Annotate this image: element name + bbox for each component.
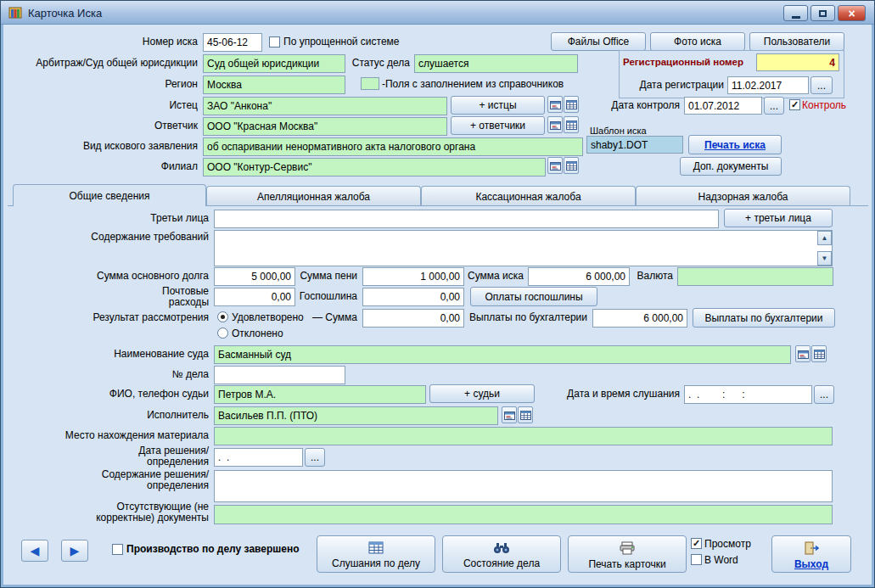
case-state-button[interactable]: Состояние дела [442, 535, 561, 573]
claim-sum-input[interactable]: 6 000,00 [528, 267, 630, 286]
hearing-date-input[interactable]: . . : : [684, 385, 812, 404]
decision-content-input[interactable] [214, 470, 833, 502]
card-icon [550, 160, 561, 171]
control-date-more-button[interactable]: ... [764, 97, 784, 115]
claims-content-input[interactable] [214, 230, 833, 266]
printer-icon [619, 541, 636, 555]
status-input[interactable]: слушается [414, 54, 578, 73]
main-debt-input[interactable]: 5 000,00 [214, 267, 295, 286]
card-icon [504, 410, 515, 421]
rejected-label: Отклонено [232, 328, 317, 339]
decision-date-more-button[interactable]: ... [305, 448, 325, 467]
scroll-down-button[interactable]: ▼ [817, 251, 832, 266]
minimize-button[interactable] [783, 5, 808, 21]
executor-lookup-button[interactable] [502, 406, 517, 423]
postage-input[interactable]: 0,00 [214, 288, 295, 306]
scroll-up-button[interactable]: ▲ [817, 231, 832, 245]
tab-appeal[interactable]: Апелляционная жалоба [206, 186, 421, 206]
legend-swatch [361, 77, 379, 90]
simplified-checkbox[interactable] [269, 36, 280, 48]
duty-input[interactable]: 0,00 [362, 288, 464, 306]
extra-docs-button[interactable]: Доп. документы [680, 157, 782, 176]
executor-input[interactable]: Васильев П.П. (ПТО) [214, 406, 498, 425]
files-office-button[interactable]: Файлы Office [551, 32, 646, 51]
tab-cassation[interactable]: Кассационная жалоба [421, 186, 636, 206]
court-name-table-button[interactable] [811, 345, 827, 362]
penalty-input[interactable]: 1 000,00 [362, 267, 464, 286]
material-location-input[interactable] [214, 427, 833, 445]
plaintiffs-button[interactable]: + истцы [451, 96, 545, 115]
branch-lookup-button[interactable] [547, 157, 563, 174]
preview-checkbox[interactable] [691, 538, 702, 549]
finished-checkbox[interactable] [112, 544, 123, 555]
court-name-lookup-button[interactable] [795, 345, 810, 362]
next-record-button[interactable]: ▶ [61, 540, 88, 562]
decision-date-input[interactable]: . . [214, 448, 303, 467]
sum-input[interactable]: 0,00 [362, 309, 464, 328]
third-parties-label: Третьи лица [18, 213, 209, 224]
third-parties-input[interactable] [214, 210, 719, 228]
claim-type-input[interactable]: об оспаривании ненормативного акта налог… [203, 137, 583, 156]
print-claim-label: Печать иска [704, 139, 766, 151]
penalty-label: Сумма пени [289, 271, 357, 282]
result-label: Результат рассмотрения [18, 312, 209, 323]
currency-input[interactable] [677, 267, 833, 286]
print-card-button[interactable]: Печать карточки [568, 535, 687, 573]
reg-date-input[interactable]: 11.02.2017 [727, 76, 809, 94]
acc-payments-button[interactable]: Выплаты по бухгалтерии [693, 308, 835, 328]
postage-label: Почтовые расходы [18, 286, 209, 308]
legend-text: -Поля с заполнением из справочников [382, 79, 594, 90]
satisfied-radio[interactable] [217, 311, 228, 322]
lawsuit-card-window: Карточка Иска × Номер иска 45-06-12 По у… [0, 0, 875, 588]
preview-label: Просмотр [704, 539, 764, 550]
users-button[interactable]: Пользователи [749, 32, 844, 51]
maximize-button[interactable] [810, 5, 835, 21]
close-button[interactable]: × [838, 5, 866, 21]
plaintiff-input[interactable]: ЗАО "Анкона" [203, 97, 447, 115]
duty-payments-button[interactable]: Оплаты госпошлины [470, 287, 597, 306]
region-input[interactable]: Москва [203, 76, 345, 94]
plaintiff-lookup-button[interactable] [547, 96, 563, 113]
defendant-input[interactable]: ООО "Красная Москва" [203, 117, 447, 136]
judges-button[interactable]: + судьи [429, 384, 535, 403]
third-parties-button[interactable]: + третьи лица [724, 209, 833, 227]
word-checkbox[interactable] [691, 554, 702, 565]
missing-docs-input[interactable] [214, 505, 833, 524]
case-number-input[interactable]: 45-06-12 [203, 33, 262, 52]
template-input[interactable]: shaby1.DOT [586, 136, 683, 154]
branch-table-button[interactable] [564, 157, 579, 174]
word-label: В Word [704, 555, 764, 566]
exit-button[interactable]: Выход [771, 535, 851, 573]
app-icon [8, 6, 22, 20]
tab-general[interactable]: Общие сведения [13, 184, 206, 206]
hearings-button[interactable]: Слушания по делу [317, 535, 435, 573]
plaintiff-table-button[interactable] [564, 96, 579, 113]
defendant-lookup-button[interactable] [547, 116, 563, 133]
table-icon [566, 99, 577, 110]
reg-number-input[interactable]: 4 [756, 53, 839, 71]
control-checkbox[interactable] [789, 99, 800, 110]
binoculars-icon [493, 542, 510, 554]
region-label: Регион [8, 79, 198, 90]
defendant-table-button[interactable] [564, 116, 579, 133]
rejected-radio[interactable] [217, 328, 228, 339]
claim-sum-label: Сумма иска [459, 271, 524, 282]
control-date-input[interactable]: 01.07.2012 [684, 97, 762, 115]
executor-table-button[interactable] [518, 406, 533, 423]
court-input[interactable]: Суд общей юрисдикции [203, 54, 345, 73]
photo-button[interactable]: Фото иска [650, 32, 745, 51]
tab-supervisory[interactable]: Надзорная жалоба [636, 186, 850, 206]
judge-input[interactable]: Петров М.А. [214, 385, 426, 404]
case-number-label: Номер иска [8, 36, 198, 48]
print-claim-button[interactable]: Печать иска [688, 135, 782, 154]
case-no-input[interactable] [214, 366, 345, 384]
branch-input[interactable]: ООО "Контур-Сервис" [203, 158, 546, 176]
acc-payments-label: Выплаты по бухгалтерии [469, 312, 590, 323]
reg-date-more-button[interactable]: ... [810, 76, 833, 94]
prev-record-button[interactable]: ◀ [21, 540, 48, 562]
defendants-button[interactable]: + ответчики [451, 116, 545, 135]
acc-payments-input[interactable]: 6 000,00 [592, 309, 687, 328]
court-name-input[interactable]: Басманный суд [214, 345, 791, 364]
hearing-date-more-button[interactable]: ... [814, 385, 834, 404]
decision-date-label: Дата решения/ определения [18, 445, 209, 468]
